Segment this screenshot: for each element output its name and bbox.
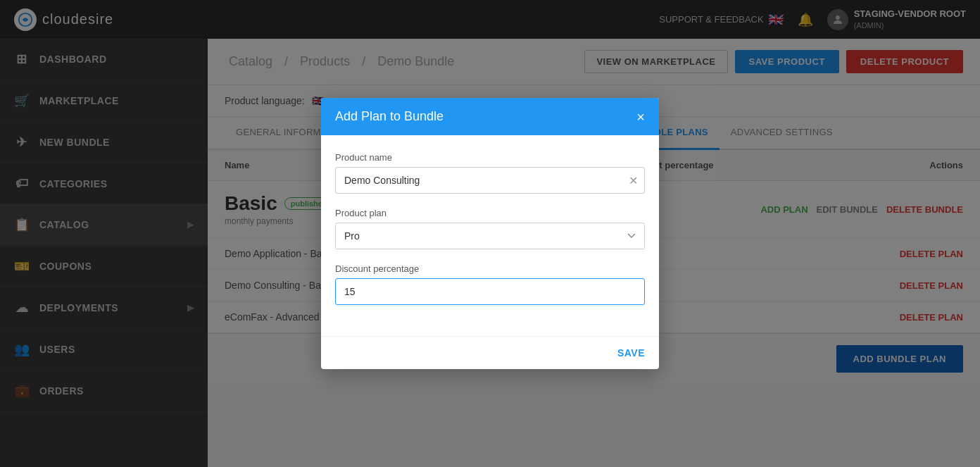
modal-header: Add Plan to Bundle × [321, 98, 659, 135]
product-plan-select[interactable]: Pro Basic Advanced [335, 223, 645, 249]
modal-body: Product name ✕ Product plan Pro Basic Ad… [321, 135, 659, 336]
product-name-field-wrapper: ✕ [335, 167, 645, 194]
discount-percentage-input[interactable] [335, 278, 645, 305]
modal-title: Add Plan to Bundle [335, 109, 444, 124]
product-name-label: Product name [335, 152, 645, 163]
discount-percentage-label: Discount percentage [335, 263, 645, 274]
modal-close-button[interactable]: × [636, 110, 645, 124]
product-name-input[interactable] [335, 167, 645, 194]
modal-overlay[interactable]: Add Plan to Bundle × Product name ✕ Prod… [0, 0, 980, 467]
add-plan-modal: Add Plan to Bundle × Product name ✕ Prod… [321, 98, 659, 369]
modal-save-button[interactable]: SAVE [617, 347, 645, 359]
discount-percentage-group: Discount percentage [335, 263, 645, 305]
clear-product-name-button[interactable]: ✕ [629, 174, 638, 187]
modal-footer: SAVE [321, 336, 659, 369]
product-plan-label: Product plan [335, 208, 645, 218]
product-plan-group: Product plan Pro Basic Advanced [335, 208, 645, 249]
product-name-group: Product name ✕ [335, 152, 645, 194]
